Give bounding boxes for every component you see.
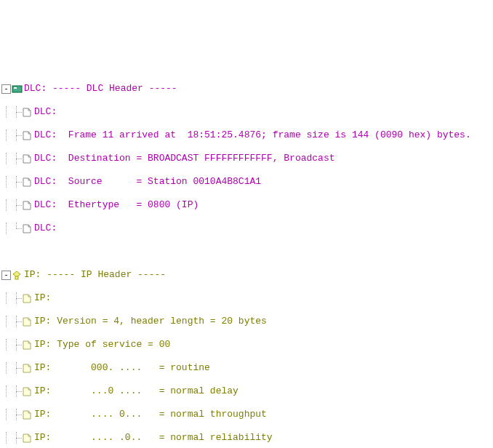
tree-row[interactable]: IP: .... 0... = normal throughput: [1, 409, 493, 420]
dlc-header-label: DLC: ----- DLC Header -----: [24, 83, 177, 95]
tree-row[interactable]: DLC:: [1, 223, 493, 234]
page-icon: [22, 201, 33, 210]
page-icon: [22, 387, 33, 396]
page-icon: [22, 131, 33, 140]
tree-row[interactable]: DLC:: [1, 106, 493, 118]
ip-proto-icon: [12, 271, 23, 280]
dlc-proto-icon: [12, 84, 23, 94]
tree-row-ip-header[interactable]: - IP: ----- IP Header -----: [1, 269, 493, 281]
tree-row[interactable]: DLC: Source = Station 0010A4B8C1A1: [1, 176, 493, 188]
page-icon: [22, 410, 33, 420]
tree-row[interactable]: IP: Type of service = 00: [1, 339, 493, 351]
page-icon: [22, 177, 33, 187]
collapse-icon[interactable]: -: [1, 84, 11, 94]
tree-row[interactable]: DLC: Ethertype = 0800 (IP): [1, 199, 493, 211]
tree-row[interactable]: IP: 000. .... = routine: [1, 362, 493, 374]
page-icon: [22, 317, 33, 327]
svg-rect-1: [14, 87, 17, 89]
svg-rect-2: [15, 276, 18, 279]
tree-row[interactable]: IP: ...0 .... = normal delay: [1, 385, 493, 397]
page-icon: [22, 154, 33, 164]
ip-header-label: IP: ----- IP Header -----: [24, 269, 166, 281]
page-icon: [22, 433, 33, 443]
page-icon: [22, 340, 33, 350]
tree-row[interactable]: DLC: Destination = BROADCAST FFFFFFFFFFF…: [1, 153, 493, 164]
tree-row-dlc-header[interactable]: - DLC: ----- DLC Header -----: [1, 83, 493, 95]
tree-row[interactable]: IP:: [1, 292, 493, 304]
svg-rect-0: [12, 86, 22, 92]
tree-row[interactable]: IP: .... .0.. = normal reliability: [1, 432, 493, 444]
tree-row[interactable]: DLC: Frame 11 arrived at 18:51:25.4876; …: [1, 129, 493, 141]
tree-row[interactable]: IP: Version = 4, header length = 20 byte…: [1, 316, 493, 327]
page-icon: [22, 108, 33, 117]
page-icon: [22, 364, 33, 373]
collapse-icon[interactable]: -: [1, 271, 11, 280]
page-icon: [22, 224, 33, 233]
page-icon: [22, 294, 33, 303]
